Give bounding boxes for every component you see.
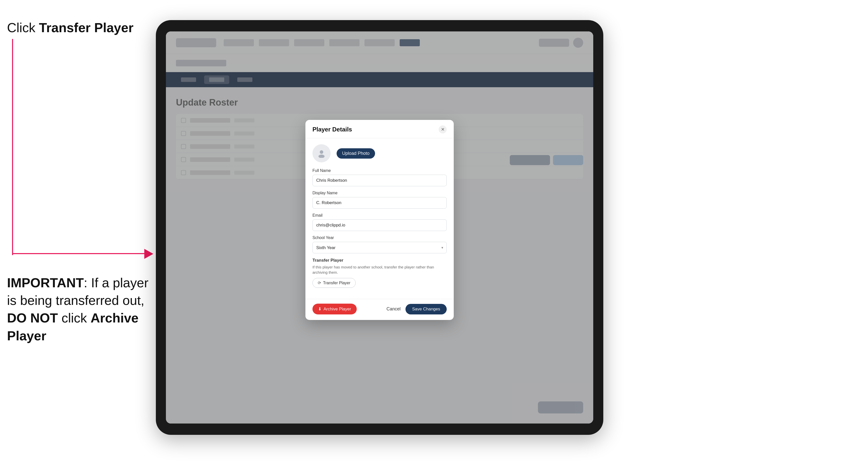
email-group: Email	[312, 213, 447, 231]
svg-point-0	[320, 150, 323, 154]
arrow-head	[144, 249, 153, 259]
do-not-label: DO NOT	[7, 311, 58, 325]
full-name-label: Full Name	[312, 168, 447, 173]
transfer-section-label: Transfer Player	[312, 258, 447, 263]
display-name-input[interactable]	[312, 197, 447, 209]
school-year-select-wrapper: First Year Second Year Third Year Fourth…	[312, 242, 447, 253]
archive-player-button[interactable]: ⬇ Archive Player	[312, 304, 357, 314]
modal-close-button[interactable]: ✕	[439, 125, 447, 133]
full-name-group: Full Name	[312, 168, 447, 186]
refresh-icon: ⟳	[318, 280, 321, 285]
avatar-placeholder	[312, 144, 331, 162]
display-name-group: Display Name	[312, 191, 447, 209]
school-year-select[interactable]: First Year Second Year Third Year Fourth…	[312, 242, 447, 253]
modal-title: Player Details	[312, 126, 352, 133]
instruction-prefix: Click	[7, 20, 39, 35]
instruction-top: Click Transfer Player	[7, 20, 133, 35]
modal-footer: ⬇ Archive Player Cancel Save Changes	[305, 299, 454, 320]
modal-overlay: Player Details ✕ Upload Photo	[166, 31, 593, 424]
instruction-bottom: IMPORTANT: If a player is being transfer…	[7, 274, 150, 345]
transfer-btn-label: Transfer Player	[323, 281, 350, 285]
school-year-group: School Year First Year Second Year Third…	[312, 236, 447, 253]
arrow-horizontal	[12, 253, 150, 254]
archive-btn-label: Archive Player	[323, 307, 351, 312]
tablet-frame: Update Roster	[156, 20, 603, 435]
instruction-bold: Transfer Player	[39, 20, 133, 35]
modal-body: Upload Photo Full Name Display Name	[305, 138, 454, 299]
footer-right: Cancel Save Changes	[386, 304, 447, 314]
email-input[interactable]	[312, 219, 447, 231]
save-changes-button[interactable]: Save Changes	[405, 304, 447, 314]
photo-row: Upload Photo	[312, 144, 447, 162]
email-label: Email	[312, 213, 447, 218]
arrow-vertical	[12, 39, 13, 255]
player-details-modal: Player Details ✕ Upload Photo	[305, 120, 454, 320]
archive-icon: ⬇	[318, 306, 321, 312]
upload-photo-button[interactable]: Upload Photo	[337, 148, 375, 159]
cancel-button[interactable]: Cancel	[386, 306, 400, 312]
svg-point-1	[318, 155, 324, 158]
tablet-screen: Update Roster	[166, 31, 593, 424]
important-label: IMPORTANT	[7, 276, 84, 290]
school-year-label: School Year	[312, 236, 447, 240]
full-name-input[interactable]	[312, 175, 447, 186]
display-name-label: Display Name	[312, 191, 447, 195]
instruction-end: click	[58, 311, 91, 325]
transfer-player-section: Transfer Player If this player has moved…	[312, 258, 447, 288]
modal-header: Player Details ✕	[305, 120, 454, 138]
transfer-description: If this player has moved to another scho…	[312, 264, 447, 275]
transfer-player-button[interactable]: ⟳ Transfer Player	[312, 278, 356, 288]
